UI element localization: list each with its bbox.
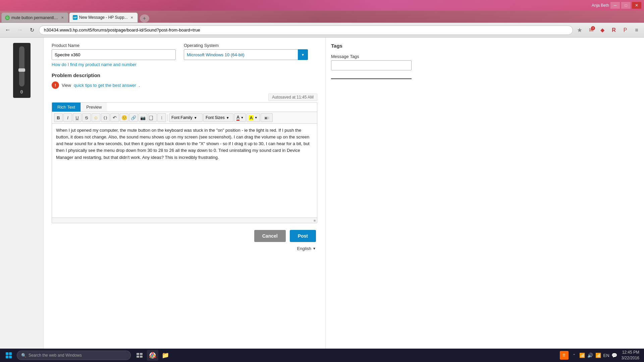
- product-name-group: Product Name: [52, 43, 176, 60]
- editor-toolbar: B I U S ☺ {} ↶ 🙂 🔗 📷 ⃣ ⁝ Font Family ▼: [52, 112, 317, 124]
- alert-icon: !: [52, 81, 59, 89]
- address-bar-row: ← → ↻ ★ ✉ 3 ◆ R P ≡: [0, 23, 644, 38]
- tab-rich-text[interactable]: Rich Text: [52, 103, 80, 112]
- taskbar-search-icon: 🔍: [21, 353, 26, 358]
- bg-color-arrow: ▼: [255, 116, 258, 119]
- taskbar-clock[interactable]: 12:45 PM 3/22/2016: [619, 350, 642, 361]
- smiley-button[interactable]: ☺: [92, 113, 100, 122]
- special-button[interactable]: ▣□: [261, 113, 273, 122]
- post-button[interactable]: Post: [290, 230, 316, 242]
- os-label: Operating System: [184, 43, 308, 48]
- menu-icon[interactable]: ≡: [632, 25, 641, 35]
- back-button[interactable]: ←: [3, 25, 13, 35]
- close-button[interactable]: ✕: [632, 2, 641, 9]
- pinterest-icon[interactable]: P: [621, 25, 630, 35]
- shield-icon[interactable]: ◆: [598, 25, 607, 35]
- toolbar-separator-1: [167, 114, 168, 121]
- font-sizes-label: Font Sizes: [206, 115, 225, 120]
- unordered-list-button[interactable]: ⁝: [157, 113, 166, 122]
- product-name-label: Product Name: [52, 43, 176, 48]
- tab-new-message[interactable]: HP New Message - HP Supp... ✕: [69, 12, 138, 22]
- alert-text-pre: View: [62, 83, 71, 88]
- text-color-button[interactable]: A ▼: [234, 113, 246, 122]
- volume-thumb[interactable]: [18, 68, 25, 72]
- tab-preview[interactable]: Preview: [80, 103, 107, 112]
- wifi-icon[interactable]: 📶: [595, 352, 602, 359]
- strikethrough-button[interactable]: S: [82, 113, 91, 122]
- svg-rect-1: [140, 353, 143, 355]
- editor-footer: ∗: [52, 218, 317, 223]
- tab2-label: New Message - HP Supp...: [79, 15, 128, 20]
- undo-button[interactable]: ↶: [110, 113, 119, 122]
- editor-container: Rich Text Preview B I U S ☺ {} ↶ 🙂 🔗 📷 ⃣…: [52, 102, 317, 223]
- message-tags-input[interactable]: [331, 60, 412, 70]
- os-select-wrapper[interactable]: Microsoft Windows 10 (64-bit) ▼: [184, 49, 308, 60]
- volume-track[interactable]: [19, 46, 24, 86]
- language-chevron-down-icon: ▼: [313, 247, 316, 250]
- address-input[interactable]: [39, 25, 573, 35]
- resize-handle-icon[interactable]: ∗: [313, 218, 316, 223]
- svg-rect-2: [137, 356, 139, 358]
- user-icon[interactable]: R: [609, 25, 619, 35]
- user-name: Anja Beth: [592, 3, 609, 8]
- underline-button[interactable]: U: [73, 113, 82, 122]
- forward-button[interactable]: →: [15, 25, 25, 35]
- text-color-icon: A: [236, 115, 239, 121]
- language-tray-icon[interactable]: EN: [603, 352, 610, 359]
- volume-icon[interactable]: 🔊: [587, 352, 594, 359]
- font-sizes-dropdown[interactable]: Font Sizes ▼: [203, 113, 233, 122]
- start-button[interactable]: [2, 350, 15, 361]
- taskbar-search-placeholder: Search the web and Windows: [29, 353, 82, 358]
- taskbar-search[interactable]: 🔍 Search the web and Windows: [17, 351, 131, 360]
- buttons-row: Cancel Post: [52, 230, 317, 242]
- autosave-bar: Autosaved at 11:45 AM: [52, 94, 317, 101]
- chevron-up-icon[interactable]: ⌃: [571, 352, 578, 359]
- language-bar: English ▼: [52, 242, 317, 251]
- right-panel: Tags Message Tags: [325, 38, 426, 349]
- editor-body[interactable]: When I jut opened my computer, the mute …: [52, 124, 317, 218]
- link-button[interactable]: 🔗: [129, 113, 138, 122]
- taskbar-time: 12:45 PM: [622, 350, 639, 355]
- taskbar: 🔍 Search the web and Windows 📁 !! ⌃ 📶 🔊: [0, 349, 644, 362]
- font-sizes-arrow: ▼: [226, 116, 229, 120]
- new-tab-button[interactable]: +: [140, 14, 149, 22]
- ordered-list-button[interactable]: ⃣: [148, 113, 157, 122]
- alert-link[interactable]: quick tips to get the best answer: [74, 83, 136, 88]
- task-view-button[interactable]: [133, 350, 146, 361]
- message-tags-label: Message Tags: [331, 54, 421, 59]
- chat-icon[interactable]: 💬: [611, 352, 618, 359]
- chrome-taskbar-icon[interactable]: [147, 350, 158, 361]
- mail-icon[interactable]: ✉ 3: [586, 25, 596, 35]
- bold-button[interactable]: B: [54, 113, 63, 122]
- tags-section-title: Tags: [331, 43, 421, 49]
- font-family-dropdown[interactable]: Font Family ▼: [169, 113, 203, 122]
- tab-mute-button[interactable]: G mute button permanently... ✕: [1, 12, 68, 22]
- code-button[interactable]: {}: [101, 113, 110, 122]
- volume-control[interactable]: 0: [13, 43, 31, 98]
- language-selector[interactable]: English ▼: [297, 246, 316, 251]
- os-group: Operating System Microsoft Windows 10 (6…: [184, 43, 308, 60]
- network-icon[interactable]: 📶: [579, 352, 586, 359]
- file-explorer-taskbar-icon[interactable]: 📁: [160, 350, 171, 361]
- maximize-button[interactable]: □: [621, 2, 631, 9]
- reload-button[interactable]: ↻: [27, 25, 37, 35]
- image-button[interactable]: 📷: [139, 113, 147, 122]
- bookmark-icon[interactable]: ★: [575, 25, 584, 35]
- bg-color-icon: A: [249, 115, 253, 120]
- minimize-button[interactable]: ─: [610, 2, 620, 9]
- emoji-button[interactable]: 🙂: [120, 113, 128, 122]
- italic-button[interactable]: I: [63, 113, 72, 122]
- windows-start-icon: [6, 352, 12, 358]
- alert-row: ! View quick tips to get the best answer…: [52, 81, 317, 89]
- os-select[interactable]: Microsoft Windows 10 (64-bit): [184, 49, 308, 60]
- tab1-close-icon[interactable]: ✕: [60, 15, 65, 20]
- problem-description-title: Problem description: [52, 72, 317, 78]
- help-link[interactable]: How do I find my product name and number: [52, 62, 137, 67]
- notification-icon[interactable]: !!: [560, 351, 569, 360]
- cancel-button[interactable]: Cancel: [254, 230, 286, 242]
- bg-color-button[interactable]: A ▼: [247, 113, 260, 122]
- product-name-input[interactable]: [52, 49, 176, 60]
- tab1-favicon: G: [5, 15, 10, 20]
- right-panel-divider: [331, 78, 412, 79]
- tab2-close-icon[interactable]: ✕: [129, 15, 134, 20]
